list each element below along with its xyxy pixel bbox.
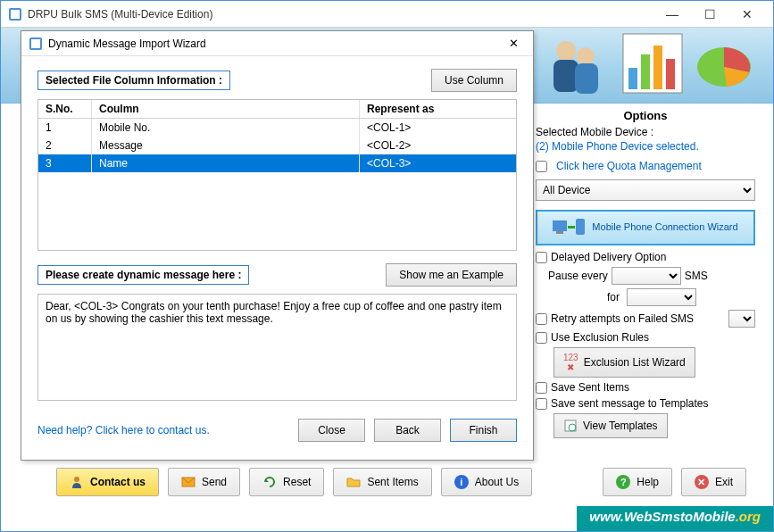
maximize-button[interactable]: ☐ <box>691 2 728 27</box>
table-row[interactable]: 2Message<COL-2> <box>38 137 516 154</box>
delayed-delivery-label: Delayed Delivery Option <box>551 251 666 263</box>
dialog-finish-btn[interactable]: Finish <box>450 419 517 442</box>
person-icon <box>70 475 84 489</box>
sms-suffix: SMS <box>685 270 708 282</box>
view-templates-button[interactable]: View Templates <box>553 413 668 438</box>
svg-rect-3 <box>553 60 578 92</box>
message-textarea[interactable]: Dear, <COL-3> Congrats on your tenth pur… <box>37 294 517 401</box>
dialog-close-btn[interactable]: Close <box>298 419 365 442</box>
save-sent-label: Save Sent Items <box>551 381 629 394</box>
main-titlebar: DRPU Bulk SMS (Multi-Device Edition) — ☐… <box>1 1 773 28</box>
retry-count-select[interactable] <box>728 310 755 328</box>
exclusion-icon: 123✖ <box>563 353 578 372</box>
create-message-label: Please create dynamic message here : <box>37 265 249 285</box>
dialog-back-btn[interactable]: Back <box>374 419 441 442</box>
templates-icon <box>563 419 578 433</box>
svg-point-4 <box>577 47 595 65</box>
th-represent[interactable]: Represent as <box>360 100 516 118</box>
quota-checkbox[interactable] <box>536 161 547 172</box>
svg-rect-14 <box>576 219 585 235</box>
svg-point-18 <box>74 477 79 482</box>
pie-chart-icon <box>693 38 755 92</box>
svg-rect-1 <box>11 10 20 19</box>
svg-rect-5 <box>575 63 598 94</box>
folder-icon <box>346 475 361 489</box>
exit-icon: ✕ <box>695 475 709 489</box>
close-button[interactable]: ✕ <box>728 2 766 27</box>
pause-every-input[interactable] <box>612 267 681 285</box>
devices-icon <box>553 217 587 238</box>
device-filter-select[interactable]: All Device <box>536 179 755 201</box>
save-sent-checkbox[interactable] <box>536 382 547 394</box>
dialog-title: Dynamic Message Import Wizard <box>48 37 501 50</box>
sent-items-button[interactable]: Sent Items <box>333 468 431 496</box>
refresh-icon <box>262 475 277 489</box>
retry-checkbox[interactable] <box>536 313 547 325</box>
delayed-delivery-checkbox[interactable] <box>536 252 547 263</box>
people-icon <box>541 29 612 101</box>
save-templates-label: Save sent message to Templates <box>551 397 709 410</box>
use-column-button[interactable]: Use Column <box>431 69 517 92</box>
selected-device-link[interactable]: (2) Mobile Phone Device selected. <box>536 140 755 153</box>
banner-art <box>541 29 755 101</box>
bar-chart-icon <box>621 32 684 99</box>
help-button[interactable]: ? Help <box>603 468 672 496</box>
send-button[interactable]: Send <box>168 468 240 496</box>
help-icon: ? <box>616 475 630 489</box>
for-input[interactable] <box>627 288 696 306</box>
svg-rect-16 <box>565 420 576 431</box>
connection-wizard-button[interactable]: Mobile Phone Connection Wizard <box>536 210 755 245</box>
save-templates-checkbox[interactable] <box>536 398 547 410</box>
svg-point-2 <box>556 41 576 61</box>
selected-device-label: Selected Mobile Device : <box>536 126 755 138</box>
bottom-toolbar: Contact us Send Reset Sent Items i About… <box>1 460 773 504</box>
reset-button[interactable]: Reset <box>249 468 324 496</box>
svg-rect-13 <box>556 231 563 234</box>
dialog-icon <box>29 37 43 51</box>
watermark: www.WebSmstoMobile.org <box>577 506 773 531</box>
options-title: Options <box>536 109 755 122</box>
exclusion-checkbox[interactable] <box>536 332 547 344</box>
th-sno[interactable]: S.No. <box>38 100 92 118</box>
svg-rect-9 <box>653 46 662 89</box>
pause-every-label: Pause every <box>548 270 608 282</box>
retry-label: Retry attempts on Failed SMS <box>551 312 725 325</box>
exclusion-wizard-button[interactable]: 123✖ Exclusion List Wizard <box>553 347 695 378</box>
contact-us-button[interactable]: Contact us <box>56 468 159 496</box>
envelope-icon <box>181 475 196 489</box>
minimize-button[interactable]: — <box>653 2 691 27</box>
svg-rect-7 <box>628 68 637 89</box>
svg-rect-10 <box>666 59 675 89</box>
column-info-label: Selected File Column Information : <box>37 71 230 90</box>
th-column[interactable]: Coulmn <box>92 100 360 118</box>
info-icon: i <box>454 475 469 489</box>
for-label: for <box>607 291 620 303</box>
dialog-close-button[interactable]: ✕ <box>501 33 526 54</box>
svg-rect-21 <box>31 39 40 48</box>
show-example-button[interactable]: Show me an Example <box>386 263 517 287</box>
app-title: DRPU Bulk SMS (Multi-Device Edition) <box>28 8 653 21</box>
table-row[interactable]: 1Mobile No.<COL-1> <box>38 119 516 137</box>
help-contact-link[interactable]: Need help? Click here to contact us. <box>37 424 210 436</box>
main-window: DRPU Bulk SMS (Multi-Device Edition) — ☐… <box>0 0 774 532</box>
table-row[interactable]: 3Name<COL-3> <box>38 154 516 172</box>
dialog-titlebar: Dynamic Message Import Wizard ✕ <box>21 31 533 56</box>
quota-link[interactable]: Click here Quota Management <box>556 160 702 172</box>
svg-rect-8 <box>641 54 650 89</box>
import-wizard-dialog: Dynamic Message Import Wizard ✕ Selected… <box>21 30 534 461</box>
about-us-button[interactable]: i About Us <box>441 468 532 496</box>
column-table: S.No. Coulmn Represent as 1Mobile No.<CO… <box>37 99 517 251</box>
exit-button[interactable]: ✕ Exit <box>681 468 746 496</box>
svg-rect-12 <box>553 220 567 231</box>
svg-rect-15 <box>568 226 575 229</box>
options-panel: Options Selected Mobile Device : (2) Mob… <box>532 104 764 461</box>
exclusion-label: Use Exclusion Rules <box>551 331 649 344</box>
app-icon <box>8 7 22 21</box>
